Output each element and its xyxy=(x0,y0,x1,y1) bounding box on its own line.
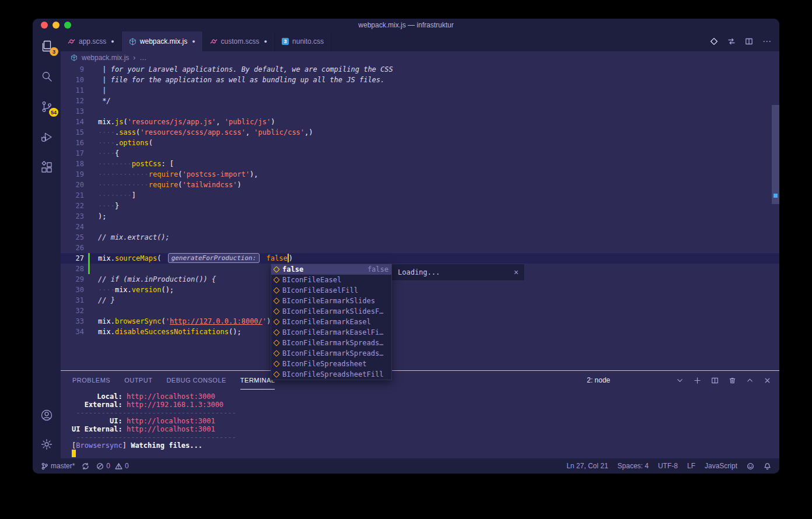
code-text xyxy=(84,106,98,117)
code-line[interactable]: 12 */ xyxy=(61,96,779,106)
code-line[interactable]: 25// mix.extract(); xyxy=(61,232,779,243)
maximize-panel-icon[interactable] xyxy=(746,377,754,384)
suggest-item[interactable]: BIconFileEarmarkEaselFi… xyxy=(271,327,391,338)
tab-webpack.mix.js[interactable]: webpack.mix.js● xyxy=(122,31,203,51)
line-number: 18 xyxy=(61,159,84,169)
panel-tab-output[interactable]: OUTPUT xyxy=(124,371,152,390)
code-line[interactable]: 34mix.disableSuccessNotifications(); xyxy=(61,327,779,337)
encoding[interactable]: UTF-8 xyxy=(658,462,678,470)
code-line[interactable]: 31// } xyxy=(61,295,779,306)
suggest-item[interactable]: BIconFileEarmarkSpreads… xyxy=(271,348,391,359)
line-number: 33 xyxy=(61,316,84,327)
suggestion-kind-icon xyxy=(273,276,279,283)
tab-app.scss[interactable]: app.scss● xyxy=(61,31,122,51)
code-line[interactable]: 33mix.browserSync('http://127.0.0.1:8000… xyxy=(61,316,779,327)
new-terminal-icon[interactable] xyxy=(694,377,701,384)
suggestion-label: BIconFileEarmarkEaselFi… xyxy=(282,328,383,336)
code-line[interactable]: 11 | xyxy=(61,85,779,96)
editor-scrollbar[interactable] xyxy=(772,64,779,370)
tab-custom.scss[interactable]: custom.scss● xyxy=(203,31,275,51)
code-token: mix xyxy=(98,118,111,126)
suggest-item[interactable]: BIconFileEarmarkSlides xyxy=(271,296,391,306)
split-editor-icon[interactable] xyxy=(745,37,753,45)
suggest-item[interactable]: falsefalse xyxy=(271,264,391,275)
problems-item[interactable]: 0 0 xyxy=(96,462,128,470)
panel-tab-problems[interactable]: PROBLEMS xyxy=(72,371,110,390)
notifications-bell-icon[interactable] xyxy=(764,462,771,470)
code-line[interactable]: 13 xyxy=(61,106,779,117)
account-icon[interactable] xyxy=(40,408,54,422)
terminal-text: -------------------------------------- xyxy=(72,409,236,417)
open-changes-icon[interactable] xyxy=(710,37,718,45)
settings-gear-icon[interactable] xyxy=(40,437,54,451)
breadcrumb-file[interactable]: webpack.mix.js xyxy=(82,54,129,62)
code-token: ···· xyxy=(98,149,115,157)
git-branch-item[interactable]: master* xyxy=(41,462,75,470)
language-mode[interactable]: JavaScript xyxy=(705,462,737,470)
close-panel-icon[interactable] xyxy=(764,377,771,384)
suggest-item[interactable]: BIconFileEasel xyxy=(271,275,391,285)
cursor-position[interactable]: Ln 27, Col 21 xyxy=(566,462,608,470)
run-debug-icon[interactable] xyxy=(40,130,54,144)
suggest-item[interactable]: BIconFileEaselFill xyxy=(271,285,391,296)
indentation[interactable]: Spaces: 4 xyxy=(618,462,649,470)
eol[interactable]: LF xyxy=(687,462,695,470)
suggest-item[interactable]: BIconFileSpreadsheet xyxy=(271,359,391,369)
code-token: . xyxy=(111,254,115,262)
code-token: (); xyxy=(161,286,174,294)
code-token: false xyxy=(267,254,288,262)
code-text: ····{ xyxy=(84,148,119,159)
code-line[interactable]: 24 xyxy=(61,222,779,232)
code-line[interactable]: 27mix.sourceMaps( generateForProduction:… xyxy=(61,253,779,264)
source-control-icon[interactable]: 54 xyxy=(40,100,54,114)
explorer-badge: 3 xyxy=(50,47,58,56)
code-line[interactable]: 30····mix.version(); xyxy=(61,285,779,295)
more-actions-icon[interactable]: ⋯ xyxy=(762,36,771,47)
panel-tab-terminal[interactable]: TERMINAL xyxy=(240,371,275,390)
code-line[interactable]: 17····{ xyxy=(61,148,779,159)
code-line[interactable]: 22····} xyxy=(61,201,779,211)
terminal-output[interactable]: Local: http://localhost:3000 External: h… xyxy=(61,390,779,458)
panel-tab-debug-console[interactable]: DEBUG CONSOLE xyxy=(166,371,226,390)
zoom-window-button[interactable] xyxy=(64,22,71,29)
suggest-item[interactable]: BIconFileEarmarkEasel xyxy=(271,317,391,327)
code-line[interactable]: 26 xyxy=(61,243,779,253)
minimize-window-button[interactable] xyxy=(52,22,60,29)
kill-terminal-icon[interactable] xyxy=(729,377,736,384)
code-line[interactable]: 23); xyxy=(61,211,779,222)
line-number: 20 xyxy=(61,180,84,190)
suggest-item[interactable]: BIconFileSpreadsheetFill xyxy=(271,369,391,380)
suggest-item[interactable]: BIconFileEarmarkSpreads… xyxy=(271,338,391,348)
breadcrumb-more[interactable]: … xyxy=(139,54,146,62)
code-token: */ xyxy=(98,97,111,105)
tab-nunito.css[interactable]: 3nunito.css xyxy=(275,31,331,51)
extensions-icon[interactable] xyxy=(40,160,54,174)
search-icon[interactable] xyxy=(40,69,54,83)
feedback-icon[interactable] xyxy=(747,462,754,470)
code-line[interactable]: 32 xyxy=(61,306,779,316)
code-line[interactable]: 9 | for your Laravel applications. By de… xyxy=(61,64,779,75)
compare-icon[interactable] xyxy=(727,37,736,45)
title-bar[interactable]: webpack.mix.js — infrastruktur xyxy=(33,19,779,31)
status-bar: master* 0 0 Ln 27, Col 21 Spaces: 4 UTF-… xyxy=(33,458,779,474)
chevron-down-icon[interactable] xyxy=(676,377,684,384)
code-line[interactable]: 14mix.js('resources/js/app.js', 'public/… xyxy=(61,117,779,127)
code-line[interactable]: 21········] xyxy=(61,190,779,201)
sync-icon[interactable] xyxy=(82,462,89,470)
code-line[interactable]: 19············require('postcss-import'), xyxy=(61,169,779,180)
code-line[interactable]: 20············require('tailwindcss') xyxy=(61,180,779,190)
terminal-picker[interactable]: 2: node xyxy=(587,376,610,384)
suggestion-kind-icon xyxy=(273,339,279,346)
split-terminal-icon[interactable] xyxy=(711,377,719,384)
scrollbar-thumb[interactable] xyxy=(772,105,779,204)
code-line[interactable]: 18········postCss: [ xyxy=(61,159,779,169)
code-line[interactable]: 10 | file for the application as well as… xyxy=(61,75,779,85)
explorer-icon[interactable]: 3 xyxy=(40,39,54,53)
code-line[interactable]: 15····.sass('resources/scss/app.scss', '… xyxy=(61,127,779,138)
editor[interactable]: 9 | for your Laravel applications. By de… xyxy=(61,64,779,370)
code-line[interactable]: 16····.options( xyxy=(61,138,779,148)
close-window-button[interactable] xyxy=(41,22,48,29)
close-icon[interactable]: × xyxy=(514,268,519,277)
suggest-item[interactable]: BIconFileEarmarkSlidesF… xyxy=(271,306,391,317)
file-type-scss-icon xyxy=(210,38,218,45)
